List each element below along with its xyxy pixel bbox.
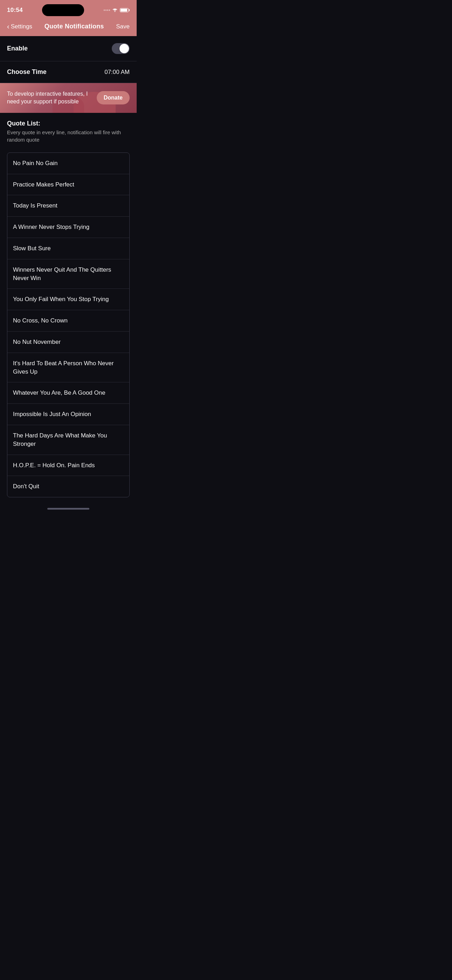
quote-item[interactable]: Don't Quit	[7, 476, 129, 497]
donate-button[interactable]: Donate	[97, 91, 130, 105]
save-button[interactable]: Save	[116, 23, 130, 30]
quote-list-section: Quote List: Every quote in every line, n…	[0, 113, 137, 153]
status-time: 10:54	[7, 7, 23, 14]
quote-item[interactable]: Slow But Sure	[7, 238, 129, 259]
quote-item[interactable]: Whatever You Are, Be A Good One	[7, 382, 129, 404]
status-icons	[104, 7, 130, 13]
back-arrow-icon: ‹	[7, 22, 10, 30]
quote-item[interactable]: It's Hard To Beat A Person Who Never Giv…	[7, 353, 129, 383]
back-label: Settings	[11, 23, 32, 30]
quote-item[interactable]: Winners Never Quit And The Quitters Neve…	[7, 259, 129, 289]
signal-icon	[104, 10, 110, 11]
choose-time-label: Choose Time	[7, 68, 46, 76]
enable-toggle[interactable]	[112, 43, 130, 54]
quote-list-title: Quote List:	[7, 120, 130, 127]
quote-item[interactable]: No Pain No Gain	[7, 153, 129, 174]
dynamic-island	[42, 4, 84, 16]
quote-item[interactable]: No Nut November	[7, 332, 129, 353]
donate-text: To develop interactive features, I need …	[7, 90, 92, 106]
donate-banner: To develop interactive features, I need …	[0, 83, 137, 113]
battery-icon	[120, 8, 130, 12]
quote-item[interactable]: H.O.P.E. = Hold On. Pain Ends	[7, 455, 129, 476]
toggle-thumb	[119, 44, 129, 53]
enable-label: Enable	[7, 45, 28, 52]
scroll-indicator	[0, 504, 137, 517]
quotes-container: No Pain No GainPractice Makes PerfectTod…	[7, 153, 130, 497]
quote-list-description: Every quote in every line, notification …	[7, 129, 130, 143]
time-value: 07:00 AM	[104, 69, 130, 76]
quote-item[interactable]: No Cross, No Crown	[7, 310, 129, 332]
status-bar: 10:54	[0, 0, 137, 19]
nav-bar: ‹ Settings Quote Notifications Save	[0, 19, 137, 36]
enable-row: Enable	[0, 36, 137, 61]
quote-item[interactable]: The Hard Days Are What Make You Stronger	[7, 425, 129, 455]
wifi-icon	[112, 7, 118, 13]
choose-time-row[interactable]: Choose Time 07:00 AM	[0, 61, 137, 83]
quote-item[interactable]: Practice Makes Perfect	[7, 174, 129, 196]
settings-container: Enable Choose Time 07:00 AM	[0, 36, 137, 83]
nav-title: Quote Notifications	[45, 23, 104, 30]
quote-item[interactable]: A Winner Never Stops Trying	[7, 216, 129, 238]
quote-item[interactable]: Today Is Present	[7, 195, 129, 216]
quote-item[interactable]: Impossible Is Just An Opinion	[7, 404, 129, 425]
back-button[interactable]: ‹ Settings	[7, 22, 32, 30]
scroll-bar	[47, 508, 89, 510]
quote-item[interactable]: You Only Fail When You Stop Trying	[7, 289, 129, 310]
